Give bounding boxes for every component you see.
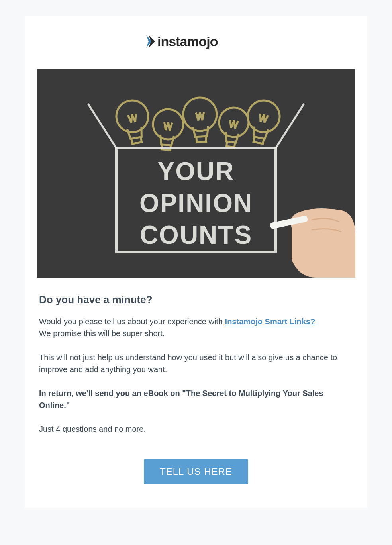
smart-links-link[interactable]: Instamojo Smart Links? (225, 317, 316, 326)
svg-marker-0 (146, 35, 152, 48)
logo-area: instamojo (37, 28, 355, 69)
hero-text-line3: COUNTS (140, 221, 252, 249)
cta-button[interactable]: TELL US HERE (144, 459, 248, 484)
brand-logo: instamojo (146, 32, 246, 51)
reward-bold: In return, we'll send you an eBook on "T… (39, 389, 323, 410)
arrow-icon (146, 35, 155, 48)
paragraph-promise: We promise this will be super short. (39, 327, 353, 339)
cta-wrap: TELL US HERE (39, 447, 353, 484)
paragraph-count: Just 4 questions and no more. (39, 423, 353, 435)
paragraph-reward: In return, we'll send you an eBook on "T… (39, 387, 353, 411)
brand-wordmark: instamojo (157, 34, 218, 49)
email-card: instamojo (25, 16, 367, 508)
hero-text-line1: YOUR (158, 157, 235, 186)
heading: Do you have a minute? (39, 294, 353, 306)
hero-image: YOUR OPINION COUNTS (37, 69, 355, 278)
content-area: Do you have a minute? Would you please t… (37, 294, 355, 484)
hero-text-line2: OPINION (139, 189, 253, 218)
intro-text-pre: Would you please tell us about your expe… (39, 317, 225, 326)
paragraph-intro: Would you please tell us about your expe… (39, 316, 353, 327)
paragraph-help: This will not just help us understand ho… (39, 351, 353, 375)
